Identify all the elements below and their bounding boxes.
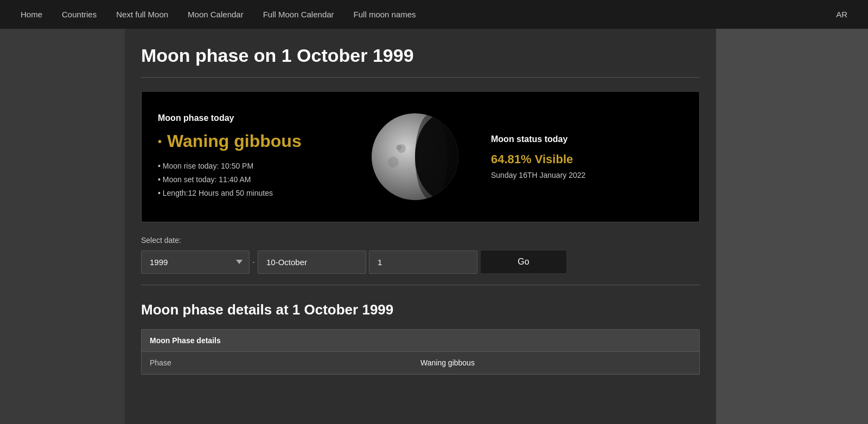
navbar: Home Countries Next full Moon Moon Calen… [0,0,868,29]
svg-point-10 [415,113,448,200]
nav-moon-calendar[interactable]: Moon Calendar [178,0,253,29]
nav-home[interactable]: Home [11,0,52,29]
day-input[interactable] [369,250,477,274]
moon-status-date: Sunday 16TH January 2022 [491,171,683,179]
moon-card: Moon phase today • Waning gibbous Moon r… [141,91,700,222]
go-button[interactable]: Go [480,250,567,274]
sidebar-right [716,29,868,424]
svg-point-3 [396,145,401,150]
nav-countries[interactable]: Countries [52,0,106,29]
moon-image [366,108,464,205]
select-date-label: Select date: [141,236,700,245]
moon-status-right: Moon status today 64.81% Visible Sunday … [480,134,683,179]
moon-info-left: Moon phase today • Waning gibbous Moon r… [158,113,350,201]
table-row: Phase Waning gibbous [142,352,699,374]
moon-phase-label: Moon phase today [158,113,350,123]
layout: Moon phase on 1 October 1999 Moon phase … [0,29,868,424]
svg-point-7 [388,157,399,168]
details-title: Moon phase details at 1 October 1999 [141,301,700,318]
nav-ar[interactable]: AR [826,0,857,29]
nav-full-moon-names[interactable]: Full moon names [344,0,426,29]
phase-value: Waning gibbous [420,358,691,367]
month-input[interactable] [258,250,366,274]
year-select[interactable]: 1999 2000 2001 2022 2023 [141,250,250,274]
date-separator: · [252,256,255,268]
details-table-header: Moon Phase details [142,330,699,352]
moon-phase-name: • Waning gibbous [158,131,350,151]
moon-details-list: Moon rise today: 10:50 PM Moon set today… [158,159,350,201]
date-selector-section: Select date: 1999 2000 2001 2022 2023 · … [141,236,700,285]
details-section: Moon phase details at 1 October 1999 Moo… [141,301,700,375]
moon-svg [369,111,461,203]
moon-phase-name-text: Waning gibbous [167,131,302,151]
moon-detail-set: Moon set today: 11:40 AM [158,173,350,187]
page-title: Moon phase on 1 October 1999 [141,45,700,78]
sidebar-left [0,29,125,424]
main-content: Moon phase on 1 October 1999 Moon phase … [125,29,716,424]
moon-detail-length: Length:12 Hours and 50 minutes [158,187,350,200]
bullet-icon: • [158,136,162,148]
nav-full-moon-calendar[interactable]: Full Moon Calendar [253,0,344,29]
details-table: Moon Phase details Phase Waning gibbous [141,329,700,375]
nav-next-full-moon[interactable]: Next full Moon [106,0,178,29]
moon-detail-rise: Moon rise today: 10:50 PM [158,159,350,173]
phase-label: Phase [150,358,420,367]
svg-point-5 [407,168,412,172]
moon-status-label: Moon status today [491,134,683,144]
moon-visibility: 64.81% Visible [491,152,683,166]
date-controls: 1999 2000 2001 2022 2023 · Go [141,250,700,274]
